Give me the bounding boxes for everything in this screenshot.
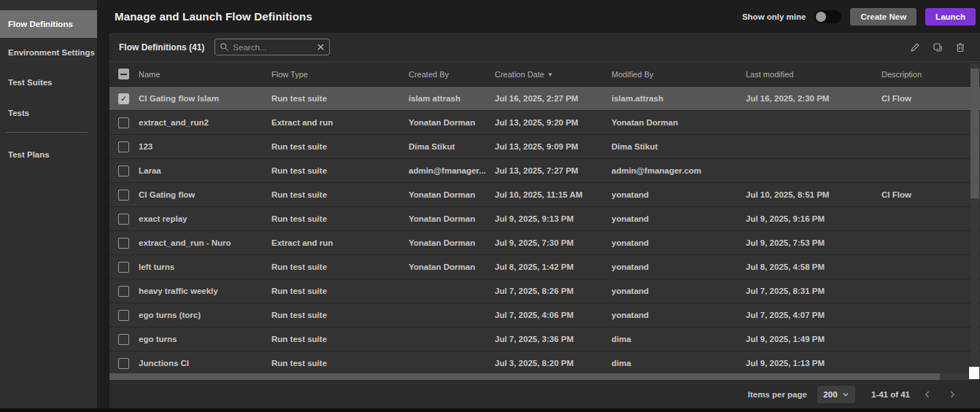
unchecked-checkbox-icon[interactable] [118,190,129,201]
table-row[interactable]: Junctions CIRun test suiteJul 3, 2025, 8… [109,351,980,376]
unchecked-checkbox-icon[interactable] [118,334,129,345]
column-header-creation-date[interactable]: Creation Date▼ [495,70,611,79]
previous-page-button[interactable] [920,387,935,402]
unchecked-checkbox-icon[interactable] [118,238,129,249]
delete-icon[interactable] [954,42,966,53]
table-row[interactable]: CI Gating flowRun test suiteYonatan Dorm… [109,183,980,207]
unchecked-checkbox-icon[interactable] [118,166,129,176]
row-modified-by: dima [611,359,746,368]
row-checkbox[interactable] [109,166,139,176]
row-checkbox[interactable] [109,358,139,369]
row-name: CI Gating flow Islam [139,94,271,103]
row-flow-type: Run test suite [271,142,409,151]
row-checkbox[interactable] [109,141,139,152]
duplicate-icon[interactable] [932,42,944,53]
row-flow-type: Run test suite [271,166,409,175]
row-checkbox[interactable]: ✓ [109,93,139,104]
row-creation-date: Jul 9, 2025, 9:13 PM [495,214,611,223]
search-input[interactable] [233,43,317,52]
search-icon [220,42,229,52]
unchecked-checkbox-icon[interactable] [118,310,129,321]
row-checkbox[interactable] [109,286,139,297]
table-row[interactable]: left turnsRun test suiteYonatan DormanJu… [109,255,980,279]
row-flow-type: Run test suite [271,190,409,199]
row-checkbox[interactable] [109,262,139,273]
table-row[interactable]: extract_and_run - NuroExtract and runYon… [109,231,980,255]
sidebar-item-environment-settings[interactable]: Environment Settings [0,42,97,63]
items-per-page-select[interactable]: 200 [817,386,855,403]
column-header-modified-by[interactable]: Modified By [611,70,746,79]
column-header-created-by[interactable]: Created By [409,70,495,79]
next-page-button[interactable] [945,387,960,402]
horizontal-scrollbar-thumb[interactable] [109,373,940,380]
row-created-by: Yonatan Dorman [409,190,495,199]
sidebar-item-flow-definitions[interactable]: Flow Definitions [0,10,97,38]
row-modified-by: yonatand [611,287,746,295]
row-last-modified: Jul 9, 2025, 1:49 PM [746,335,881,343]
row-modified-by: Dima Stikut [611,142,746,151]
create-new-button[interactable]: Create New [850,8,917,26]
search-box[interactable] [215,39,330,55]
table-row[interactable]: ✓CI Gating flow IslamRun test suiteislam… [109,87,980,111]
column-header-name[interactable]: Name [139,70,271,79]
row-modified-by: yonatand [611,311,746,319]
row-created-by: islam attrash [409,94,495,103]
table-row[interactable]: extract_and_run2Extract and runYonatan D… [109,111,980,135]
select-all-checkbox[interactable] [109,69,139,79]
row-name: exact replay [139,214,271,223]
row-last-modified: Jul 16, 2025, 2:30 PM [746,94,881,103]
table-row[interactable]: exact replayRun test suiteYonatan Dorman… [109,207,980,231]
column-header-flow-type[interactable]: Flow Type [271,70,409,79]
row-name: extract_and_run2 [139,118,271,127]
unchecked-checkbox-icon[interactable] [118,214,129,225]
panel-title: Flow Definitions (41) [119,42,204,53]
row-last-modified: Jul 9, 2025, 1:13 PM [746,359,881,368]
sidebar: Flow DefinitionsEnvironment SettingsTest… [0,0,97,408]
row-name: 123 [139,142,271,151]
column-header-last-modified[interactable]: Last modified [746,70,881,79]
column-header-description[interactable]: Description [881,70,980,79]
vertical-scrollbar[interactable] [971,63,979,373]
sidebar-item-tests[interactable]: Tests [0,102,97,124]
chevron-down-icon [842,391,849,398]
show-only-mine-toggle[interactable] [814,10,841,23]
row-creation-date: Jul 3, 2025, 8:20 PM [495,359,611,368]
unchecked-checkbox-icon[interactable] [118,286,129,297]
column-header-creation-date-label: Creation Date [495,70,544,79]
row-modified-by: yonatand [611,263,746,271]
table-body: ✓CI Gating flow IslamRun test suiteislam… [109,87,980,376]
row-checkbox[interactable] [109,238,139,249]
sort-descending-icon: ▼ [547,71,553,78]
table-row[interactable]: LaraaRun test suiteadmin@fmanager...Jul … [109,159,980,183]
launch-button[interactable]: Launch [925,8,976,26]
row-creation-date: Jul 8, 2025, 1:42 PM [495,263,611,271]
horizontal-scrollbar[interactable] [109,373,970,380]
unchecked-checkbox-icon[interactable] [118,262,129,273]
sidebar-item-test-plans[interactable]: Test Plans [0,144,97,166]
indeterminate-checkbox-icon[interactable] [118,69,129,79]
unchecked-checkbox-icon[interactable] [118,358,129,369]
checked-checkbox-icon[interactable]: ✓ [118,93,129,104]
row-last-modified: Jul 8, 2025, 4:58 PM [746,263,881,271]
row-modified-by: yonatand [611,214,746,223]
row-checkbox[interactable] [109,334,139,345]
row-name: ego turns (torc) [139,311,271,319]
row-created-by: Dima Stikut [409,142,495,151]
row-creation-date: Jul 7, 2025, 3:36 PM [495,335,611,343]
table-row[interactable]: ego turns (torc)Run test suiteJul 7, 202… [109,303,980,327]
row-checkbox[interactable] [109,214,139,225]
vertical-scrollbar-thumb[interactable] [971,69,979,198]
unchecked-checkbox-icon[interactable] [118,117,129,128]
sidebar-item-test-suites[interactable]: Test Suites [0,71,97,93]
unchecked-checkbox-icon[interactable] [118,141,129,152]
table-row[interactable]: 123Run test suiteDima StikutJul 13, 2025… [109,135,980,159]
row-modified-by: admin@fmanager.com [611,166,746,175]
edit-icon[interactable] [909,42,921,53]
table-row[interactable]: ego turnsRun test suiteJul 7, 2025, 3:36… [109,327,980,351]
row-last-modified: Jul 7, 2025, 8:31 PM [746,287,881,295]
clear-search-icon[interactable] [317,43,325,51]
table-row[interactable]: heavy traffic weeklyRun test suiteJul 7,… [109,279,980,303]
row-checkbox[interactable] [109,190,139,201]
row-checkbox[interactable] [109,310,139,321]
row-checkbox[interactable] [109,117,139,128]
